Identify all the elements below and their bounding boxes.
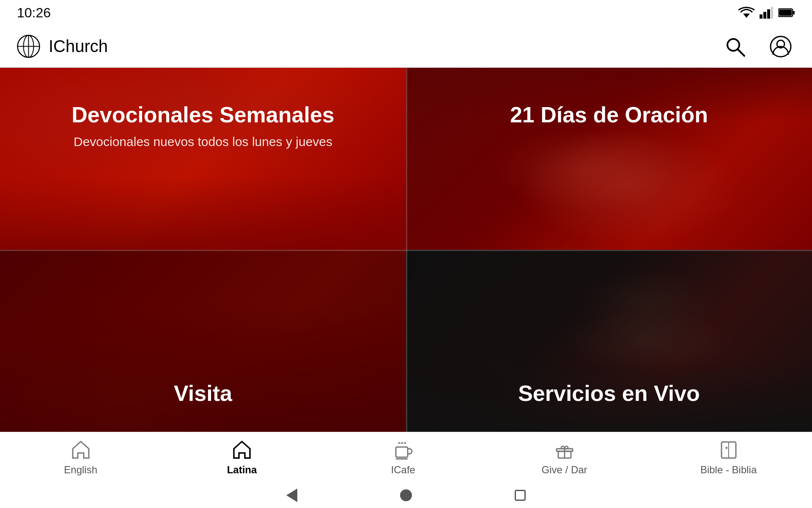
card-title-servicios: Servicios en Vivo — [518, 380, 700, 406]
bottom-nav: English Latina ICafe — [0, 432, 812, 483]
nav-label-latina: Latina — [227, 464, 257, 476]
nav-label-give: Give / Dar — [542, 464, 587, 476]
nav-label-english: English — [64, 464, 97, 476]
card-title-visita: Visita — [174, 380, 232, 406]
signal-icon — [760, 7, 773, 19]
back-button[interactable] — [285, 489, 298, 502]
card-visita[interactable]: Visita — [0, 250, 406, 432]
grid-divider-horizontal — [0, 250, 812, 251]
home-icon-latina — [231, 439, 252, 461]
back-icon — [286, 489, 297, 502]
app-bar-left: IChurch — [17, 35, 108, 58]
svg-rect-4 — [771, 7, 773, 19]
coffee-icon — [392, 439, 414, 461]
system-nav — [0, 483, 812, 508]
app-logo-icon — [17, 35, 40, 58]
card-devocionales[interactable]: Devocionales Semanales Devocionales nuev… — [0, 68, 406, 250]
svg-rect-6 — [793, 11, 795, 14]
svg-marker-0 — [743, 14, 750, 18]
card-title-devocionales: Devocionales Semanales — [71, 102, 334, 128]
battery-icon — [778, 8, 795, 17]
status-icons — [738, 7, 795, 19]
app-bar-actions — [721, 32, 795, 61]
nav-label-icafe: ICafe — [391, 464, 415, 476]
svg-rect-16 — [396, 447, 408, 457]
account-icon — [770, 36, 792, 58]
nav-icon-latina — [231, 439, 252, 461]
recents-icon — [515, 490, 526, 501]
card-dias-oracion[interactable]: 21 Días de Oración — [406, 68, 812, 250]
nav-item-english[interactable]: English — [38, 435, 123, 480]
profile-button[interactable] — [766, 32, 795, 61]
app-bar: IChurch — [0, 25, 812, 68]
svg-rect-3 — [767, 9, 770, 19]
svg-line-13 — [738, 49, 744, 56]
svg-rect-7 — [779, 10, 792, 16]
nav-icon-icafe — [392, 439, 414, 461]
nav-label-bible: Bible - Biblia — [700, 464, 757, 476]
card-subtitle-devocionales: Devocionales nuevos todos los lunes y ju… — [74, 135, 332, 149]
svg-rect-1 — [760, 14, 763, 19]
card-content-visita: Visita — [0, 250, 406, 432]
main-content: Devocionales Semanales Devocionales nuev… — [0, 68, 812, 432]
home-button[interactable] — [400, 489, 412, 502]
card-content-devocionales: Devocionales Semanales Devocionales nuev… — [0, 68, 406, 250]
nav-item-give[interactable]: Give / Dar — [522, 435, 607, 480]
bible-icon — [718, 439, 739, 461]
wifi-icon — [738, 7, 754, 19]
nav-icon-bible — [718, 439, 739, 461]
search-button[interactable] — [721, 32, 749, 61]
home-icon-english — [70, 439, 91, 461]
app-title: IChurch — [49, 37, 108, 56]
card-content-servicios: Servicios en Vivo — [406, 250, 812, 432]
status-time: 10:26 — [17, 5, 51, 21]
card-title-dias: 21 Días de Oración — [510, 102, 708, 128]
gift-icon — [554, 439, 575, 461]
status-bar: 10:26 — [0, 0, 812, 25]
search-icon — [724, 36, 746, 58]
nav-item-latina[interactable]: Latina — [200, 435, 284, 480]
recents-button[interactable] — [514, 489, 527, 502]
nav-icon-give — [554, 439, 575, 461]
nav-icon-english — [70, 439, 91, 461]
card-content-dias: 21 Días de Oración — [406, 68, 812, 250]
nav-item-bible[interactable]: Bible - Biblia — [683, 435, 774, 480]
card-servicios[interactable]: Servicios en Vivo — [406, 250, 812, 432]
home-icon — [400, 489, 412, 501]
nav-item-icafe[interactable]: ICafe — [361, 435, 445, 480]
svg-rect-2 — [763, 12, 766, 19]
